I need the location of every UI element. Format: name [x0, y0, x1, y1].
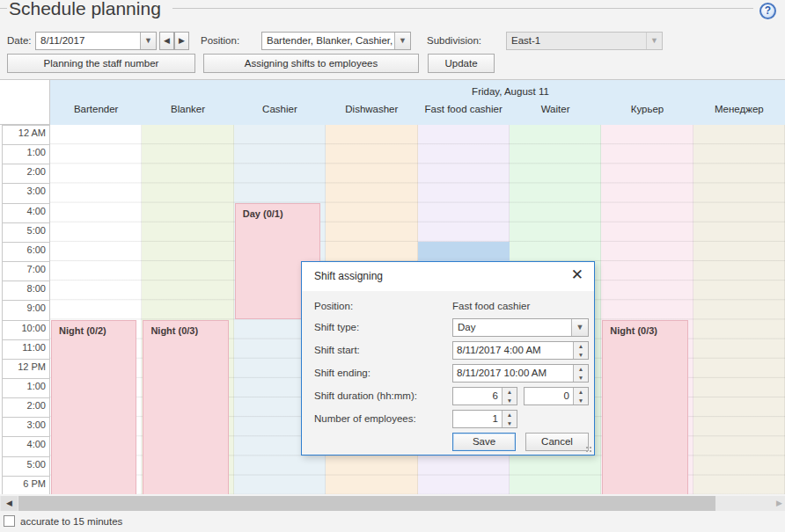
page-title: Schedule planning	[9, 0, 161, 19]
date-next-button[interactable]: ▶	[174, 32, 189, 50]
chevron-down-icon[interactable]: ▼	[140, 33, 156, 49]
time-row-label: 6:00	[2, 242, 50, 262]
spin-down-icon[interactable]: ▼	[574, 397, 588, 405]
scroll-right-icon[interactable]: ▶	[776, 496, 782, 511]
scroll-left-icon[interactable]: ◀	[1, 496, 18, 511]
duration-hours-field[interactable]: 6 ▲▼	[452, 387, 517, 405]
dialog-position-value: Fast food cashier	[452, 301, 530, 311]
spin-down-icon[interactable]: ▼	[574, 351, 588, 360]
spin-down-icon[interactable]: ▼	[503, 397, 517, 405]
scrollbar-thumb[interactable]	[18, 496, 715, 511]
selected-cell[interactable]	[418, 242, 510, 261]
shift-type-combobox[interactable]: Day ▼	[452, 318, 589, 337]
column-header-2: Cashier	[234, 104, 326, 120]
cancel-button[interactable]: Cancel	[525, 433, 589, 451]
date-value: 8/11/2017	[36, 33, 140, 49]
time-row-label: 5:00	[2, 222, 50, 243]
column-header-7: Менеджер	[693, 104, 785, 120]
update-button[interactable]: Update	[428, 54, 495, 73]
shift-start-value: 8/11/2017 4:00 AM	[453, 342, 573, 359]
spin-down-icon[interactable]: ▼	[503, 419, 517, 428]
shift-duration-label: Shift duration (hh:mm):	[314, 390, 417, 401]
assigning-shifts-button[interactable]: Assigning shifts to employees	[203, 54, 419, 73]
spin-up-icon[interactable]: ▲	[574, 342, 588, 351]
column-header-3: Dishwasher	[326, 104, 417, 120]
subdivision-value: East-1	[507, 33, 646, 49]
time-row-label: 1:00	[2, 144, 50, 164]
duration-hours-value: 6	[453, 388, 502, 404]
employees-field[interactable]: 1 ▲▼	[452, 410, 517, 428]
position-label: Position:	[201, 35, 239, 46]
duration-minutes-field[interactable]: 0 ▲▼	[524, 387, 589, 405]
time-row-label: 2:00	[2, 397, 50, 418]
time-row-label: 5:00	[2, 456, 50, 477]
shift-ending-label: Shift ending:	[314, 368, 370, 378]
horizontal-scrollbar[interactable]: ◀ ▶	[0, 496, 785, 511]
duration-minutes-value: 0	[525, 388, 573, 404]
employees-value: 1	[453, 411, 502, 427]
accuracy-checkbox[interactable]: accurate to 15 minutes	[4, 515, 122, 527]
shift-block[interactable]: Night (0/3)	[602, 320, 687, 495]
checkbox-label: accurate to 15 minutes	[20, 516, 122, 527]
dialog-title: Shift assigning	[314, 270, 383, 282]
shift-type-value: Day	[453, 319, 571, 336]
shift-start-label: Shift start:	[314, 345, 360, 355]
spinner-buttons[interactable]: ▲▼	[573, 365, 588, 382]
resize-grip[interactable]	[585, 446, 592, 453]
spinner-buttons[interactable]: ▲▼	[573, 388, 588, 404]
chevron-down-icon: ▼	[646, 33, 662, 49]
spinner-buttons[interactable]: ▲▼	[502, 411, 517, 427]
spin-down-icon[interactable]: ▼	[574, 374, 588, 383]
column-header-0: Bartender	[50, 104, 142, 120]
schedule-planning-window: Schedule planning ? Date: 8/11/2017 ▼ ◀ …	[0, 0, 785, 532]
close-icon[interactable]: ✕	[571, 266, 583, 284]
shift-assigning-dialog: Shift assigning ✕ Position: Fast food ca…	[301, 261, 595, 455]
time-row-label: 2:00	[2, 164, 50, 184]
subdivision-label: Subdivision:	[427, 35, 481, 46]
schedule-column-7[interactable]	[693, 125, 785, 494]
spinner-buttons[interactable]: ▲▼	[502, 388, 517, 404]
spin-up-icon[interactable]: ▲	[574, 388, 588, 397]
time-row-label: 12 AM	[2, 125, 50, 145]
employees-label: Number of employees:	[314, 413, 416, 424]
time-row-label: 12 PM	[2, 359, 50, 379]
column-header-6: Курьер	[601, 104, 693, 120]
spinner-buttons[interactable]: ▲▼	[573, 342, 588, 359]
time-row-label: 11:00	[2, 339, 50, 360]
time-row-label: 3:00	[2, 417, 50, 437]
chevron-down-icon[interactable]: ▼	[571, 319, 588, 336]
spin-up-icon[interactable]: ▲	[503, 411, 517, 419]
shift-block[interactable]: Night (0/2)	[51, 320, 136, 495]
time-row-label: 8:00	[2, 281, 50, 301]
chevron-down-icon[interactable]: ▼	[394, 33, 410, 49]
column-header-5: Waiter	[510, 104, 601, 120]
subdivision-combobox: East-1 ▼	[506, 32, 663, 50]
groupbox-line-right	[172, 8, 753, 9]
column-header-1: Blanker	[142, 104, 233, 120]
spin-up-icon[interactable]: ▲	[503, 388, 517, 397]
shift-start-field[interactable]: 8/11/2017 4:00 AM ▲▼	[452, 341, 589, 360]
time-row-label: 9:00	[2, 300, 50, 320]
shift-ending-field[interactable]: 8/11/2017 10:00 AM ▲▼	[452, 364, 589, 383]
time-row-label: 1:00	[2, 378, 50, 398]
save-button[interactable]: Save	[452, 433, 516, 451]
shift-ending-value: 8/11/2017 10:00 AM	[453, 365, 573, 382]
dialog-position-label: Position:	[314, 301, 353, 311]
position-value: Bartender, Blanker, Cashier, ...	[262, 33, 394, 49]
help-icon[interactable]: ?	[759, 3, 776, 19]
day-header: Friday, August 11	[472, 86, 549, 97]
time-row-label: 3:00	[2, 183, 50, 203]
time-row-label: 7:00	[2, 261, 50, 281]
groupbox-line-left	[0, 8, 7, 9]
position-combobox[interactable]: Bartender, Blanker, Cashier, ... ▼	[261, 32, 411, 50]
time-row-label: 10:00	[2, 320, 50, 340]
date-combobox[interactable]: 8/11/2017 ▼	[35, 32, 157, 50]
date-label: Date:	[7, 35, 32, 46]
date-prev-button[interactable]: ◀	[159, 32, 174, 50]
spin-up-icon[interactable]: ▲	[574, 365, 588, 374]
shift-block[interactable]: Night (0/3)	[143, 320, 228, 495]
shift-type-label: Shift type:	[314, 322, 359, 332]
planning-staff-number-button[interactable]: Planning the staff number	[7, 54, 195, 73]
column-header-4: Fast food cashier	[418, 104, 510, 120]
checkbox-box[interactable]	[4, 515, 15, 527]
